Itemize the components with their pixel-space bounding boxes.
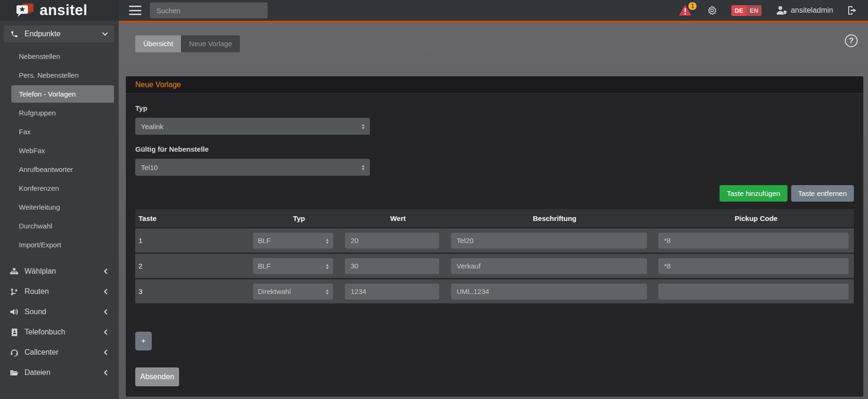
volume-icon [9, 308, 19, 316]
nebenstelle-label: Gültig für Nebenstelle [135, 145, 854, 153]
brand[interactable]: ansitel [0, 0, 119, 21]
select-arrows-icon: ▴▾ [326, 263, 328, 269]
key-wert-input[interactable] [345, 233, 439, 249]
sidebar-item-konferenzen[interactable]: Konferenzen [11, 179, 114, 197]
sidebar-group-waehlplan[interactable]: Wählplan [4, 263, 114, 280]
user-menu[interactable]: ansiteladmin [776, 6, 833, 15]
table-row: 1 BLF ▴▾ [135, 227, 854, 252]
tab-uebersicht[interactable]: Übersicht [135, 35, 181, 52]
add-key-button[interactable]: Taste hinzufügen [720, 185, 787, 202]
sidebar-collapsed-groups: Wählplan Routen [4, 263, 114, 381]
key-number: 1 [135, 236, 253, 244]
tab-neue-vorlage[interactable]: Neue Vorlage [181, 35, 240, 52]
nebenstelle-select[interactable]: Tel10 ▴▾ [135, 159, 370, 176]
sidebar-item-import-export[interactable]: Import/Export [11, 236, 114, 253]
settings-gear-icon[interactable] [707, 5, 717, 16]
phone-icon [9, 30, 19, 38]
logout-icon[interactable] [847, 6, 858, 15]
warning-alert-icon[interactable]: 1 [679, 4, 693, 16]
sidebar-group-callcenter[interactable]: Callcenter [4, 344, 114, 361]
table-header-row: Taste Typ Wert Beschriftung Pickup Code [135, 209, 854, 227]
topbar-actions: 1 DE EN ansiteladmin [679, 4, 868, 16]
chevron-left-icon [103, 329, 108, 335]
col-pickup-code: Pickup Code [658, 214, 854, 222]
help-icon[interactable]: ? [845, 34, 858, 47]
panel-title: Neue Vorlage [126, 76, 863, 94]
sidebar: Endpunkte Nebenstellen Pers. Nebenstelle… [0, 21, 119, 399]
nebenstelle-select-value: Tel10 [141, 163, 158, 171]
route-branch-icon [9, 288, 19, 296]
col-beschriftung: Beschriftung [451, 214, 658, 222]
sidebar-group-routen[interactable]: Routen [4, 283, 114, 300]
sidebar-group-label: Telefonbuch [25, 328, 65, 336]
sidebar-item-fax[interactable]: Fax [11, 123, 114, 140]
key-beschriftung-input[interactable] [451, 284, 647, 300]
col-wert: Wert [345, 214, 451, 222]
alert-count-badge: 1 [688, 2, 696, 10]
key-number: 3 [135, 287, 253, 295]
select-arrows-icon: ▴▾ [326, 237, 328, 244]
headset-icon [9, 349, 19, 357]
select-arrows-icon: ▴▾ [362, 164, 364, 171]
select-arrows-icon: ▴▾ [362, 123, 364, 130]
sidebar-item-weiterleitung[interactable]: Weiterleitung [11, 198, 114, 216]
neue-vorlage-panel: Neue Vorlage Typ Yealink ▴▾ Gültig für N… [126, 76, 863, 397]
key-typ-value: BLF [258, 236, 271, 244]
sidebar-item-nebenstellen[interactable]: Nebenstellen [11, 48, 114, 65]
tabs-row: Übersicht Neue Vorlage ? [126, 35, 863, 52]
sidebar-group-endpunkte[interactable]: Endpunkte [4, 25, 114, 42]
submit-button[interactable]: Absenden [135, 367, 179, 386]
sitemap-icon [9, 268, 19, 275]
sidebar-group-label: Callcenter [25, 348, 58, 357]
sidebar-item-durchwahl[interactable]: Durchwahl [11, 217, 114, 235]
sidebar-group-label: Wählplan [25, 267, 56, 276]
address-book-icon [9, 328, 19, 336]
sidebar-group-telefonbuch[interactable]: Telefonbuch [4, 324, 114, 341]
sidebar-group-dateien[interactable]: Dateien [4, 364, 114, 381]
table-row: 2 BLF ▴▾ [135, 252, 854, 278]
typ-select-value: Yealink [141, 122, 164, 130]
key-beschriftung-input[interactable] [451, 233, 647, 249]
key-pickup-input[interactable] [658, 284, 849, 300]
sidebar-group-label: Dateien [25, 368, 50, 377]
search-input[interactable] [150, 2, 268, 18]
col-typ: Typ [253, 214, 345, 222]
sidebar-item-telefon-vorlagen[interactable]: Telefon - Vorlagen [11, 85, 114, 103]
endpunkte-submenu: Nebenstellen Pers. Nebenstellen Telefon … [4, 42, 114, 260]
key-wert-input[interactable] [345, 284, 439, 300]
sidebar-item-anrufbeantworter[interactable]: Anrufbeantworter [11, 161, 114, 178]
key-typ-select[interactable]: Direktwahl ▴▾ [253, 284, 333, 300]
lang-de-button[interactable]: DE [731, 5, 746, 16]
key-typ-value: BLF [258, 262, 271, 270]
language-switch: DE EN [731, 5, 762, 16]
keys-table: Taste Typ Wert Beschriftung Pickup Code … [135, 209, 854, 303]
main-content: Übersicht Neue Vorlage ? Neue Vorlage Ty… [119, 21, 868, 399]
sidebar-item-pers-nebenstellen[interactable]: Pers. Nebenstellen [11, 66, 114, 84]
sidebar-item-rufgruppen[interactable]: Rufgruppen [11, 104, 114, 122]
sidebar-group-label: Endpunkte [25, 30, 61, 38]
remove-key-button[interactable]: Taste entfernen [791, 185, 854, 202]
key-wert-input[interactable] [345, 258, 439, 274]
key-typ-select[interactable]: BLF ▴▾ [253, 233, 333, 249]
select-arrows-icon: ▴▾ [326, 288, 328, 295]
folder-open-icon [9, 369, 19, 376]
add-row-button[interactable]: + [135, 332, 152, 350]
typ-select[interactable]: Yealink ▴▾ [135, 118, 370, 135]
key-typ-select[interactable]: BLF ▴▾ [253, 258, 333, 274]
lang-en-button[interactable]: EN [746, 5, 762, 16]
chevron-left-icon [103, 268, 108, 275]
topbar: ansitel 1 DE EN [0, 0, 868, 21]
key-pickup-input[interactable] [658, 233, 849, 249]
sidebar-group-label: Routen [25, 287, 49, 296]
menu-toggle-icon[interactable] [129, 6, 141, 15]
chevron-left-icon [103, 349, 108, 356]
chevron-down-icon [102, 31, 108, 37]
sidebar-group-sound[interactable]: Sound [4, 303, 114, 320]
sidebar-item-webfax[interactable]: WebFax [11, 142, 114, 159]
key-beschriftung-input[interactable] [451, 258, 647, 274]
col-taste: Taste [135, 214, 253, 222]
key-number: 2 [135, 262, 253, 270]
chevron-left-icon [103, 309, 108, 315]
ansitel-logo-icon [14, 2, 36, 19]
key-pickup-input[interactable] [658, 258, 849, 274]
